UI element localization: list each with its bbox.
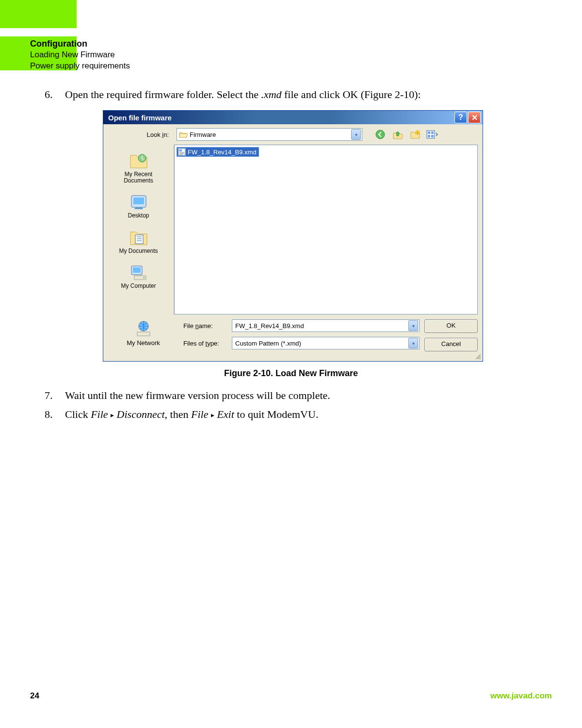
header-sub2: Power supply requirements — [30, 61, 130, 72]
step-7-num: 7. — [45, 387, 65, 403]
decorative-green-block — [0, 0, 77, 28]
lookin-toolbar: ✶ — [374, 129, 439, 140]
ok-button[interactable]: OK — [424, 319, 478, 333]
filetype-input[interactable]: Custom Pattern (*.xmd) ▾ — [232, 337, 420, 349]
svg-text:✶: ✶ — [416, 131, 419, 134]
main-pane: My Recent Documents Desktop My Documents… — [103, 145, 483, 314]
bottom-panel: My Network File name: FW_1.8_Rev14_B9.xm… — [103, 314, 483, 361]
step-8-text: Click File ▸ Disconnect, then File ▸ Exi… — [65, 406, 318, 422]
file-list[interactable]: FW_1.8_Rev14_B9.xmd — [174, 145, 478, 314]
filename-value: FW_1.8_Rev14_B9.xmd — [235, 322, 408, 330]
open-file-dialog: Open file firmware ? ✕ Look in: Firmware… — [103, 110, 483, 362]
place-recent-label: My Recent Documents — [124, 171, 153, 184]
filename-input[interactable]: FW_1.8_Rev14_B9.xmd ▾ — [232, 319, 420, 332]
file-fields: File name: FW_1.8_Rev14_B9.xmd ▾ Files o… — [183, 319, 420, 354]
file-icon — [178, 148, 186, 156]
lookin-combo[interactable]: Firmware ▾ — [177, 128, 362, 141]
places-bar: My Recent Documents Desktop My Documents… — [103, 145, 174, 314]
views-icon[interactable] — [426, 129, 439, 140]
filetype-label: Files of type: — [183, 340, 227, 347]
filetype-value: Custom Pattern (*.xmd) — [235, 340, 408, 347]
step-8: 8. Click File ▸ Disconnect, then File ▸ … — [30, 406, 552, 425]
dialog-title: Open file firmware — [108, 114, 453, 122]
filetype-row: Files of type: Custom Pattern (*.xmd) ▾ — [183, 337, 420, 349]
svg-rect-6 — [428, 135, 430, 137]
page-number: 24 — [30, 691, 39, 701]
svg-rect-10 — [133, 198, 144, 204]
svg-rect-7 — [431, 135, 434, 137]
file-item-label: FW_1.8_Rev14_B9.xmd — [188, 149, 257, 156]
body-content: 6. Open the required firmware folder. Se… — [30, 86, 552, 425]
place-mynetwork-label: My Network — [127, 339, 160, 347]
svg-rect-13 — [133, 267, 141, 273]
recent-documents-icon — [129, 151, 149, 170]
dialog-figure: Open file firmware ? ✕ Look in: Firmware… — [103, 110, 483, 362]
place-mydocuments[interactable]: My Documents — [103, 224, 174, 259]
desktop-icon — [129, 193, 149, 211]
lookin-value: Firmware — [190, 131, 349, 138]
my-documents-icon — [129, 228, 149, 247]
svg-point-15 — [143, 277, 145, 278]
triangle-icon: ▸ — [111, 412, 114, 419]
svg-point-0 — [376, 130, 385, 139]
step-6-num: 6. — [45, 86, 65, 102]
resize-grip-icon[interactable] — [475, 353, 482, 360]
new-folder-icon[interactable]: ✶ — [409, 129, 421, 140]
close-button[interactable]: ✕ — [468, 112, 481, 123]
triangle-icon: ▸ — [211, 412, 214, 419]
file-item-selected[interactable]: FW_1.8_Rev14_B9.xmd — [177, 147, 259, 157]
chevron-down-icon[interactable]: ▾ — [408, 338, 418, 348]
my-network-icon — [133, 319, 154, 338]
chevron-down-icon[interactable]: ▾ — [351, 129, 361, 140]
up-one-level-icon[interactable] — [391, 129, 404, 140]
dialog-titlebar: Open file firmware ? ✕ — [103, 111, 483, 124]
svg-rect-17 — [179, 149, 182, 151]
step-6: 6. Open the required firmware folder. Se… — [30, 86, 552, 105]
svg-rect-5 — [431, 132, 434, 134]
place-recent[interactable]: My Recent Documents — [103, 148, 174, 189]
header-title: Configuration — [30, 38, 130, 50]
place-mydocuments-label: My Documents — [119, 248, 158, 254]
step-6-text: Open the required firmware folder. Selec… — [65, 86, 421, 102]
page-footer: 24 www.javad.com — [30, 691, 552, 701]
lookin-row: Look in: Firmware ▾ — [103, 124, 483, 145]
place-mycomputer-label: My Computer — [121, 283, 156, 289]
place-desktop-label: Desktop — [128, 213, 149, 219]
chevron-down-icon[interactable]: ▾ — [408, 320, 418, 331]
svg-rect-11 — [135, 235, 143, 244]
cancel-button[interactable]: Cancel — [424, 338, 478, 351]
place-desktop[interactable]: Desktop — [103, 189, 174, 224]
filename-row: File name: FW_1.8_Rev14_B9.xmd ▾ — [183, 319, 420, 332]
back-icon[interactable] — [374, 129, 387, 140]
page-header: Configuration Loading New Firmware Power… — [30, 38, 130, 72]
dialog-buttons: OK Cancel — [424, 319, 478, 354]
step-7-text: Wait until the new firmware version proc… — [65, 387, 330, 403]
help-button[interactable]: ? — [454, 112, 467, 123]
step-7: 7. Wait until the new firmware version p… — [30, 387, 552, 406]
svg-rect-4 — [428, 132, 430, 134]
step-8-num: 8. — [45, 406, 65, 422]
footer-url: www.javad.com — [490, 691, 552, 701]
filename-label: File name: — [183, 322, 227, 330]
place-mynetwork[interactable]: My Network — [108, 319, 178, 354]
place-mycomputer[interactable]: My Computer — [103, 259, 174, 294]
header-sub1: Loading New Firmware — [30, 50, 130, 61]
figure-caption: Figure 2-10. Load New Firmware — [30, 368, 552, 379]
my-computer-icon — [129, 263, 149, 281]
svg-rect-19 — [137, 332, 150, 336]
lookin-label: Look in: — [108, 131, 173, 138]
folder-open-icon — [179, 131, 188, 138]
